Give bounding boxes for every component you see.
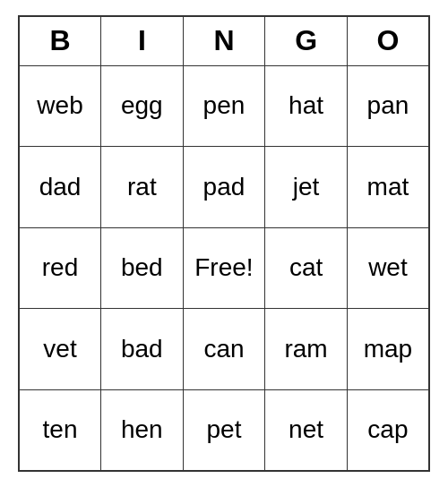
cell-r4-c2: pet: [183, 389, 265, 471]
cell-r4-c1: hen: [101, 389, 184, 471]
cell-r2-c2: Free!: [183, 227, 265, 309]
cell-r1-c1: rat: [101, 147, 184, 228]
cell-r2-c0: red: [19, 227, 101, 309]
cell-r0-c4: pan: [347, 65, 429, 147]
cell-r2-c3: cat: [265, 227, 348, 309]
header-row: B I N G O: [19, 16, 429, 65]
cell-r4-c4: cap: [347, 389, 429, 471]
header-b: B: [19, 16, 101, 65]
cell-r0-c1: egg: [101, 65, 184, 147]
table-row: redbedFree!catwet: [19, 227, 429, 309]
cell-r0-c2: pen: [183, 65, 265, 147]
header-g: G: [265, 16, 348, 65]
cell-r1-c4: mat: [347, 147, 429, 228]
cell-r0-c0: web: [19, 65, 101, 147]
cell-r3-c4: map: [347, 309, 429, 390]
cell-r1-c0: dad: [19, 147, 101, 228]
cell-r1-c3: jet: [265, 147, 348, 228]
cell-r2-c4: wet: [347, 227, 429, 309]
header-i: I: [101, 16, 184, 65]
bingo-card: B I N G O webeggpenhatpandadratpadjetmat…: [18, 15, 430, 472]
cell-r0-c3: hat: [265, 65, 348, 147]
table-row: vetbadcanrammap: [19, 309, 429, 390]
cell-r2-c1: bed: [101, 227, 184, 309]
cell-r1-c2: pad: [183, 147, 265, 228]
cell-r3-c1: bad: [101, 309, 184, 390]
table-row: dadratpadjetmat: [19, 147, 429, 228]
cell-r3-c3: ram: [265, 309, 348, 390]
table-row: webeggpenhatpan: [19, 65, 429, 147]
header-o: O: [347, 16, 429, 65]
table-row: tenhenpetnetcap: [19, 389, 429, 471]
bingo-body: webeggpenhatpandadratpadjetmatredbedFree…: [19, 65, 429, 471]
header-n: N: [183, 16, 265, 65]
cell-r4-c3: net: [265, 389, 348, 471]
cell-r3-c2: can: [183, 309, 265, 390]
cell-r3-c0: vet: [19, 309, 101, 390]
cell-r4-c0: ten: [19, 389, 101, 471]
